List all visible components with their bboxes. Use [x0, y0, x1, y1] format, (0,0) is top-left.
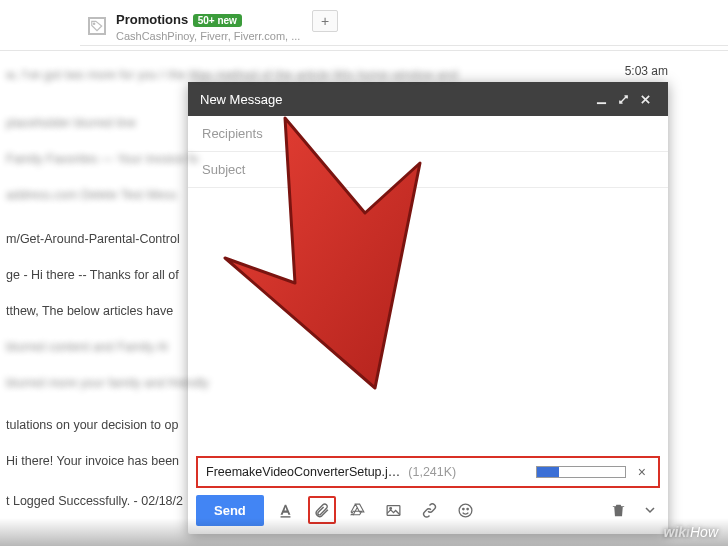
inbox-row[interactable]: placeholder blurred line: [0, 108, 136, 138]
wikihow-watermark: wikiHow: [664, 524, 718, 540]
inbox-row[interactable]: blurred content and Family Al: [0, 332, 168, 362]
expand-icon[interactable]: [612, 94, 634, 105]
tab-add[interactable]: +: [312, 10, 338, 32]
inbox-row[interactable]: w, I've got two more for you I the Max m…: [0, 60, 458, 90]
minimize-icon[interactable]: [590, 94, 612, 105]
subject-field[interactable]: Subject: [188, 152, 668, 188]
tabs-row: Promotions 50+ new CashCashPinoy, Fiverr…: [80, 6, 728, 46]
attachment-bar: FreemakeVideoConverterSetup.j… (1,241K) …: [196, 456, 660, 488]
svg-rect-1: [596, 102, 605, 104]
inbox-row[interactable]: ge - Hi there -- Thanks for all of: [0, 260, 179, 290]
svg-point-5: [459, 504, 472, 517]
tab-promotions[interactable]: Promotions 50+ new CashCashPinoy, Fiverr…: [80, 6, 308, 46]
recipients-field[interactable]: Recipients: [188, 116, 668, 152]
tag-icon: [88, 17, 106, 35]
tab-promotions-subtitle: CashCashPinoy, Fiverr, Fiverr.com, ...: [116, 30, 300, 42]
inbox-row[interactable]: Hi there! Your invoice has been: [0, 446, 179, 476]
inbox-row[interactable]: blurred more your family and friendly: [0, 368, 209, 398]
compose-window: New Message Recipients Subject FreemakeV…: [188, 82, 668, 534]
attachment-remove-icon[interactable]: ×: [634, 464, 650, 480]
svg-point-6: [463, 508, 464, 509]
inbox-row[interactable]: tulations on your decision to op: [0, 410, 178, 440]
close-icon[interactable]: [634, 94, 656, 105]
svg-rect-2: [281, 516, 291, 517]
inbox-row[interactable]: Family Favorites — Your invoice fo: [0, 144, 198, 174]
more-icon[interactable]: [640, 505, 660, 515]
tab-promotions-label: Promotions: [116, 12, 188, 27]
upload-progress: [536, 466, 626, 478]
inbox-row[interactable]: tthew, The below articles have: [0, 296, 173, 326]
svg-rect-3: [387, 505, 400, 515]
tab-promotions-badge: 50+ new: [193, 14, 242, 27]
inbox-row[interactable]: t Logged Successfully. - 02/18/2: [0, 486, 183, 516]
attachment-name: FreemakeVideoConverterSetup.j…: [206, 465, 400, 479]
svg-point-0: [93, 22, 94, 23]
inbox-row[interactable]: m/Get-Around-Parental-Control: [0, 224, 180, 254]
compose-title: New Message: [200, 92, 590, 107]
svg-point-4: [390, 507, 392, 509]
inbox-row[interactable]: address.com Delete Test Mess: [0, 180, 177, 210]
svg-point-7: [467, 508, 468, 509]
attachment-size: (1,241K): [408, 465, 456, 479]
